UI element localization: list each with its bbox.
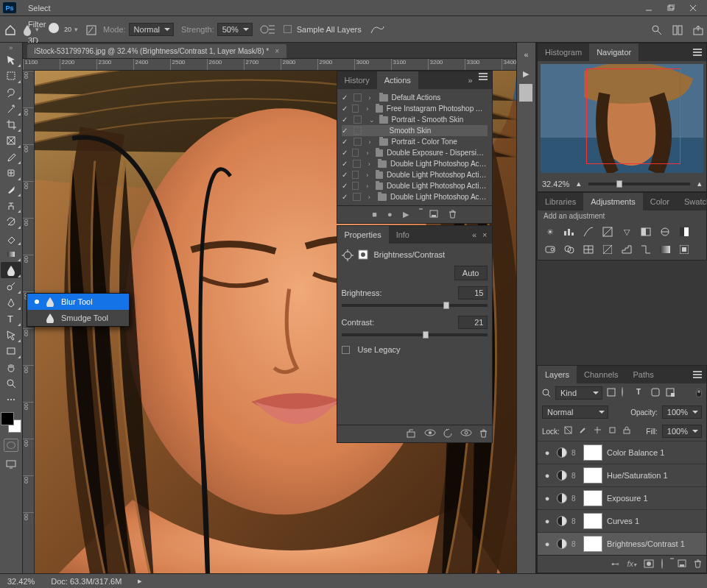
lock-all-icon[interactable]: [623, 426, 633, 436]
adj-threshold-icon[interactable]: [639, 244, 653, 255]
layer-name[interactable]: Hue/Saturation 1: [607, 471, 668, 480]
window-minimize-button[interactable]: [638, 0, 660, 16]
filter-smart-icon[interactable]: [666, 388, 676, 398]
filter-type-icon[interactable]: T: [636, 388, 647, 398]
window-restore-button[interactable]: [660, 0, 682, 16]
action-toggle-icon[interactable]: [342, 105, 348, 113]
visibility-icon[interactable]: [542, 517, 552, 525]
mask-thumbnail[interactable]: [583, 467, 602, 483]
adj-channel-mixer-icon[interactable]: [563, 244, 576, 255]
brush-panel-icon[interactable]: [85, 24, 96, 35]
action-item[interactable]: ›Free Instagram Photoshop Actions…: [342, 103, 488, 114]
tool-zoom[interactable]: [1, 375, 21, 392]
tab-adjustments[interactable]: Adjustments: [583, 193, 643, 210]
layer-name[interactable]: Brightness/Contrast 1: [607, 539, 685, 548]
action-item[interactable]: ›Default Actions: [342, 92, 488, 103]
brightness-input[interactable]: 15: [458, 286, 488, 300]
action-toggle-icon[interactable]: [342, 138, 350, 146]
action-item[interactable]: ›Double Light Photoshop Action - C…: [342, 169, 488, 180]
tool-blur[interactable]: [1, 262, 21, 278]
lock-position-icon[interactable]: [594, 426, 604, 436]
dock-collapse-icon[interactable]: «: [519, 49, 532, 60]
adj-bw-icon[interactable]: [678, 226, 691, 238]
action-toggle-icon[interactable]: [342, 116, 350, 124]
tab-channels[interactable]: Channels: [577, 366, 625, 383]
tool-rectangle[interactable]: [1, 343, 21, 359]
action-item[interactable]: ›Double Light Photoshop Action - C…: [342, 180, 488, 191]
delete-layer-icon[interactable]: [694, 559, 702, 569]
action-item[interactable]: ›Double Light Photoshop Action: [342, 191, 488, 202]
mask-thumbnail[interactable]: [583, 536, 602, 552]
view-previous-icon[interactable]: [424, 429, 436, 439]
tab-libraries[interactable]: Libraries: [538, 193, 583, 210]
action-dialog-icon[interactable]: [352, 149, 359, 157]
layer-kind-select[interactable]: Kind: [555, 386, 602, 400]
adj-hue-icon[interactable]: [639, 226, 653, 238]
tool-path-sel[interactable]: [1, 327, 21, 343]
visibility-icon[interactable]: [542, 448, 552, 457]
mask-thumbnail[interactable]: [583, 444, 602, 461]
action-toggle-icon[interactable]: [342, 127, 350, 135]
panel-menu-icon[interactable]: [693, 374, 702, 375]
twirl-icon[interactable]: ›: [366, 171, 372, 179]
navigator-zoom-slider[interactable]: [588, 183, 690, 185]
reset-icon[interactable]: [443, 429, 453, 439]
action-dialog-icon[interactable]: [354, 93, 362, 102]
collapse-icon[interactable]: «: [472, 230, 476, 239]
tool-dodge[interactable]: [1, 278, 21, 294]
tab-navigator[interactable]: Navigator: [589, 43, 639, 61]
tool-eraser[interactable]: [1, 230, 21, 246]
tool-type[interactable]: T: [1, 311, 21, 327]
tool-clone[interactable]: [1, 197, 21, 213]
flyout-item[interactable]: Smudge Tool: [27, 310, 129, 326]
tab-histogram[interactable]: Histogram: [538, 43, 589, 61]
tool-move[interactable]: [1, 52, 21, 68]
menu-select[interactable]: Select: [22, 0, 63, 16]
action-item[interactable]: Smooth Skin: [342, 125, 488, 136]
tab-info[interactable]: Info: [389, 226, 417, 244]
tool-spot-heal[interactable]: [1, 165, 21, 181]
share-icon[interactable]: [692, 24, 703, 35]
adj-exposure-icon[interactable]: [601, 226, 614, 238]
strength-select[interactable]: 50%: [217, 23, 253, 36]
new-action-icon[interactable]: [429, 210, 438, 219]
toggle-visibility-icon[interactable]: [460, 429, 472, 439]
flyout-item[interactable]: Blur Tool: [27, 294, 129, 310]
layer-row[interactable]: 8Color Balance 1: [538, 441, 706, 464]
new-layer-icon[interactable]: [678, 559, 686, 569]
document-tab[interactable]: iStock-531799796.jpg @ 32.4% (Brightness…: [27, 44, 287, 58]
sample-all-layers-checkbox[interactable]: [284, 25, 292, 33]
action-item[interactable]: ⌄Portrait - Smooth Skin: [342, 114, 488, 125]
new-adjustment-icon[interactable]: [661, 559, 663, 569]
tab-properties[interactable]: Properties: [337, 226, 389, 244]
mask-thumbnail[interactable]: [583, 513, 602, 529]
brightness-slider[interactable]: [342, 304, 488, 307]
delete-adjustment-icon[interactable]: [479, 429, 488, 439]
action-item[interactable]: ›Double Light Photoshop Action: [342, 158, 488, 169]
twirl-icon[interactable]: ›: [366, 105, 372, 113]
blend-mode-select[interactable]: Normal: [129, 23, 174, 36]
zoom-in-icon[interactable]: ▴: [697, 179, 702, 188]
layer-row[interactable]: 8Brightness/Contrast 1: [538, 532, 706, 555]
twirl-icon[interactable]: ›: [368, 160, 375, 168]
layer-filter-icon[interactable]: [542, 389, 551, 397]
action-toggle-icon[interactable]: [342, 149, 348, 157]
link-layers-icon[interactable]: ⊷: [611, 559, 619, 569]
mask-thumbnail[interactable]: [583, 490, 602, 506]
action-toggle-icon[interactable]: [342, 93, 350, 102]
action-dialog-icon[interactable]: [352, 182, 359, 190]
action-item[interactable]: ›Portrait - Color Tone: [342, 136, 488, 147]
home-icon[interactable]: [4, 24, 15, 35]
layer-name[interactable]: Curves 1: [607, 517, 639, 525]
close-panel-icon[interactable]: ×: [482, 230, 487, 239]
tool-history-brush[interactable]: [1, 213, 21, 230]
tool-marquee[interactable]: [1, 68, 21, 84]
search-icon[interactable]: [651, 24, 661, 35]
action-item[interactable]: ›Double Exposure - Dispersion Effect: [342, 147, 488, 158]
tab-actions[interactable]: Actions: [377, 71, 418, 89]
pressure-size-toggle[interactable]: [369, 24, 385, 35]
collapse-icon[interactable]: »: [468, 76, 472, 85]
lock-artboard-icon[interactable]: [608, 426, 619, 436]
tab-layers[interactable]: Layers: [538, 366, 577, 383]
workspace-icon[interactable]: [672, 24, 682, 35]
